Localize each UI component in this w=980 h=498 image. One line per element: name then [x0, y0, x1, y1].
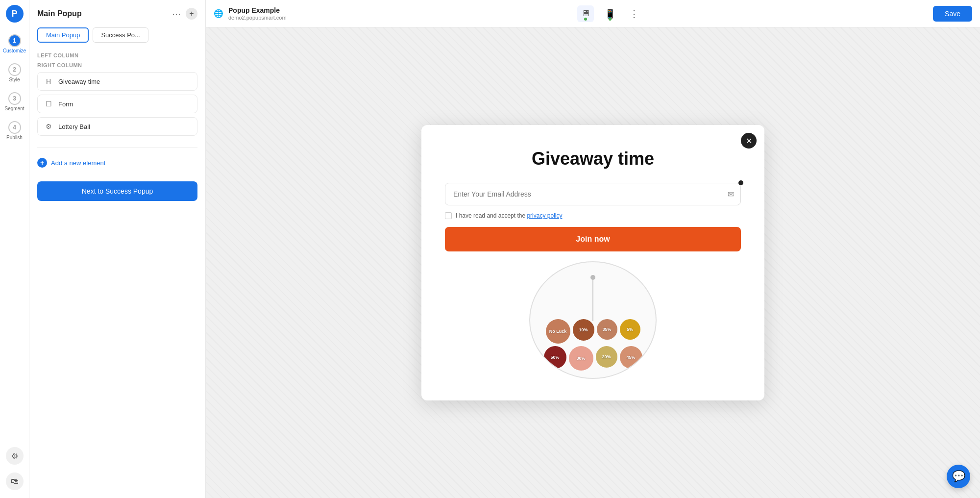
nav-bottom: ⚙ 🛍 [6, 447, 24, 490]
lottery-icon: ⚙ [44, 123, 53, 130]
left-column-label: LEFT COLUMN [37, 52, 197, 58]
popup-card: ✕ Giveaway time ✉ I have read and accept… [421, 125, 764, 400]
nav-step-2: 2 [8, 63, 21, 76]
canvas-area: ✕ Giveaway time ✉ I have read and accept… [206, 27, 980, 498]
sidebar-more-button[interactable]: ⋯ [172, 8, 181, 19]
nav-item-customize[interactable]: 1 Customize [2, 31, 27, 56]
tab-success-popup[interactable]: Success Po... [93, 27, 148, 43]
nav-step-1: 1 [8, 34, 21, 47]
settings-button[interactable]: ⚙ [6, 447, 24, 465]
more-options-button[interactable]: ⋮ [626, 6, 642, 22]
nav-item-segment[interactable]: 3 Segment [2, 89, 27, 114]
desktop-active-dot [584, 18, 587, 21]
save-button[interactable]: Save [933, 6, 972, 22]
join-now-button[interactable]: Join now [445, 227, 741, 251]
popup-tabs: Main Popup Success Po... [37, 27, 197, 43]
desktop-device-button[interactable]: 🖥 [577, 5, 594, 22]
spinner-top [590, 275, 595, 280]
email-input[interactable] [445, 183, 741, 205]
ball-no-luck: No Luck [546, 319, 570, 344]
nav-item-style[interactable]: 2 Style [2, 60, 27, 85]
mobile-device-button[interactable]: 📱 [602, 5, 618, 22]
form-icon: ☐ [44, 100, 53, 108]
email-input-wrap: ✉ [445, 183, 741, 205]
lottery-circle: No Luck 10% 35% 5% 50% 30% 20% 45% [529, 261, 657, 379]
right-column-label: RIGHT COLUMN [37, 62, 197, 68]
balls-container: No Luck 10% 35% 5% 50% 30% 20% 45% [530, 319, 656, 371]
add-element-icon: + [37, 158, 47, 168]
sidebar-add-button[interactable]: + [186, 8, 197, 20]
privacy-policy-link[interactable]: privacy policy [527, 212, 562, 219]
shop-button[interactable]: 🛍 [6, 473, 24, 490]
nav-step-4: 4 [8, 121, 21, 134]
popup-title: Giveaway time [532, 149, 654, 169]
ball-30: 30% [569, 346, 593, 371]
element-form-label: Form [58, 100, 73, 108]
next-to-success-button[interactable]: Next to Success Popup [37, 181, 197, 201]
lottery-ball-area: No Luck 10% 35% 5% 50% 30% 20% 45% [445, 261, 741, 389]
privacy-checkbox[interactable] [445, 212, 452, 219]
sidebar-header: Main Popup ⋯ + [37, 8, 197, 20]
privacy-label: I have read and accept the privacy polic… [456, 212, 562, 219]
sidebar: Main Popup ⋯ + Main Popup Success Po... … [29, 0, 206, 498]
nav-label-style: Style [9, 77, 20, 82]
top-bar: 🌐 Popup Example demo2.popupsmart.com 🖥 📱… [206, 0, 980, 27]
top-bar-right: Save [933, 6, 972, 22]
sidebar-title: Main Popup [37, 9, 82, 18]
ball-5: 5% [620, 319, 640, 340]
sidebar-divider [37, 148, 197, 148]
ball-35: 35% [597, 319, 617, 340]
main-area: 🌐 Popup Example demo2.popupsmart.com 🖥 📱… [206, 0, 980, 498]
app-logo[interactable]: P [6, 5, 24, 23]
heading-icon: H [44, 77, 53, 85]
mobile-active-dot [609, 18, 612, 21]
add-element-row[interactable]: + Add a new element [37, 156, 197, 170]
element-lottery-ball[interactable]: ⚙ Lottery Ball [37, 117, 197, 136]
site-title: Popup Example [228, 6, 287, 15]
ball-10: 10% [573, 319, 594, 341]
ball-20: 20% [596, 346, 617, 368]
ball-50: 50% [544, 346, 566, 369]
privacy-checkbox-row: I have read and accept the privacy polic… [445, 212, 741, 219]
ball-45: 45% [620, 346, 642, 369]
element-giveaway[interactable]: H Giveaway time [37, 72, 197, 91]
canvas-background: ✕ Giveaway time ✉ I have read and accept… [206, 27, 980, 498]
lottery-spinner [592, 277, 593, 321]
top-bar-center: 🖥 📱 ⋮ [293, 5, 927, 22]
popup-close-button[interactable]: ✕ [741, 133, 757, 149]
popup-body: Giveaway time ✉ I have read and accept t… [421, 125, 764, 400]
tab-main-popup[interactable]: Main Popup [37, 27, 89, 43]
nav-label-publish: Publish [6, 135, 23, 140]
nav-item-publish[interactable]: 4 Publish [2, 118, 27, 143]
input-settings-dot [738, 180, 743, 185]
chat-bubble-button[interactable]: 💬 [947, 465, 970, 488]
nav-step-3: 3 [8, 92, 21, 105]
nav-label-customize: Customize [3, 48, 26, 53]
element-form[interactable]: ☐ Form [37, 95, 197, 113]
site-url: demo2.popupsmart.com [228, 15, 287, 21]
email-icon: ✉ [728, 190, 734, 199]
top-bar-left: 🌐 Popup Example demo2.popupsmart.com [214, 6, 287, 21]
element-lottery-label: Lottery Ball [58, 123, 90, 130]
site-info: Popup Example demo2.popupsmart.com [228, 6, 287, 21]
left-nav: P 1 Customize 2 Style 3 Segment 4 Publis… [0, 0, 29, 498]
add-element-label: Add a new element [51, 159, 105, 167]
element-giveaway-label: Giveaway time [58, 78, 100, 85]
globe-icon: 🌐 [214, 9, 223, 18]
nav-label-segment: Segment [4, 106, 24, 111]
